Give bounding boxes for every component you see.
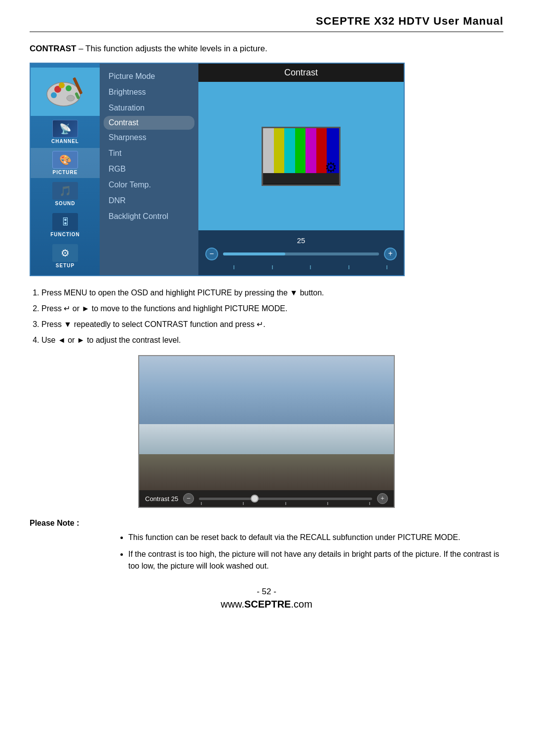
osd-menu: Picture Mode Brightness Saturation Contr…: [100, 64, 198, 275]
osd-sidebar: 📡 CHANNEL 🎨 PICTURE 🎵 SOUND 🎛 FUNCTION: [31, 64, 100, 275]
instructions-list: Press MENU to open the OSD and highlight…: [30, 287, 503, 346]
slider-increase-btn[interactable]: +: [384, 248, 397, 260]
intro-dash: –: [78, 44, 83, 53]
contrast-increase-btn[interactable]: +: [377, 493, 388, 504]
tick-4: [348, 265, 349, 269]
palette-icon: [43, 74, 87, 109]
instruction-step-4: Use ◄ or ► to adjust the contrast level.: [41, 334, 503, 346]
sidebar-item-channel[interactable]: 📡 CHANNEL: [31, 117, 100, 147]
contrast-slider-thumb: [251, 495, 259, 503]
intro-description: This function adjusts the white levels i…: [85, 44, 267, 53]
svg-point-3: [59, 82, 65, 88]
sidebar-label-picture: PICTURE: [53, 170, 78, 175]
osd-panel: 📡 CHANNEL 🎨 PICTURE 🎵 SOUND 🎛 FUNCTION: [30, 63, 405, 276]
ctick-5: [369, 502, 370, 505]
contrast-bar: Contrast 25 − +: [139, 490, 394, 507]
please-note-section: Please Note : This function can be reset…: [30, 519, 503, 572]
menu-item-tint[interactable]: Tint: [100, 145, 198, 161]
instruction-step-3: Press ▼ repeatedly to select CONTRAST fu…: [41, 319, 503, 330]
instruction-step-2: Press ↵ or ► to move to the functions an…: [41, 303, 503, 315]
contrast-decrease-btn[interactable]: −: [183, 493, 194, 504]
sidebar-label-function: FUNCTION: [50, 232, 80, 237]
tick-5: [386, 265, 387, 269]
setup-icon: ⚙: [52, 244, 78, 262]
tick-2: [272, 265, 273, 269]
osd-palette-icon-area: [31, 68, 100, 116]
contrast-slider-ticks: [199, 502, 372, 505]
sidebar-item-setup[interactable]: ⚙ SETUP: [31, 241, 100, 271]
sidebar-item-picture[interactable]: 🎨 PICTURE: [31, 148, 100, 178]
contrast-slider-track[interactable]: [199, 498, 372, 500]
svg-point-4: [66, 85, 72, 91]
menu-item-backlight[interactable]: Backlight Control: [100, 209, 198, 224]
sky-area: [139, 356, 394, 424]
contrast-bar-label-value: Contrast 25: [145, 495, 178, 503]
footer-url-prefix: www.: [221, 599, 244, 610]
slider-ticks: [233, 265, 387, 269]
menu-item-sharpness[interactable]: Sharpness: [100, 130, 198, 145]
footer-url-suffix: .com: [291, 599, 312, 610]
please-note-list: This function can be reset back to defau…: [30, 532, 503, 572]
picture-icon: 🎨: [52, 151, 78, 169]
sound-icon: 🎵: [52, 182, 78, 200]
tv-preview-box: ⚙: [262, 127, 341, 186]
ctick-1: [201, 502, 202, 505]
sidebar-label-channel: CHANNEL: [51, 139, 79, 144]
ctick-4: [327, 502, 328, 505]
ctick-3: [285, 502, 286, 505]
footer-page-number: - 52 -: [30, 587, 503, 597]
instruction-step-1: Press MENU to open the OSD and highlight…: [41, 287, 503, 299]
menu-item-dnr[interactable]: DNR: [100, 193, 198, 209]
sidebar-item-sound[interactable]: 🎵 SOUND: [31, 179, 100, 209]
channel-icon: 📡: [52, 120, 78, 138]
page-footer: - 52 - www.SCEPTRE.com: [30, 587, 503, 610]
function-icon: 🎛: [52, 213, 78, 231]
svg-point-2: [51, 92, 57, 98]
gear-overlay-icon: ⚙: [325, 159, 337, 176]
contrast-label: CONTRAST: [30, 44, 76, 53]
osd-tv-preview: ⚙: [198, 82, 404, 230]
svg-point-5: [67, 95, 75, 101]
slider-row: − +: [205, 248, 397, 260]
cloud-area: [139, 424, 394, 454]
slider-value-display: 25: [297, 236, 305, 245]
menu-item-brightness[interactable]: Brightness: [100, 84, 198, 100]
osd-right-panel: Contrast ⚙ 25 − +: [198, 64, 404, 275]
tv-screenshot: Contrast 25 − +: [138, 355, 395, 508]
tick-3: [310, 265, 311, 269]
please-note-item-2: If the contrast is too high, the picture…: [128, 548, 503, 572]
page-header: SCEPTRE X32 HDTV User Manual: [30, 15, 503, 32]
footer-url-brand: SCEPTRE: [244, 599, 291, 610]
menu-item-rgb[interactable]: RGB: [100, 161, 198, 177]
please-note-item-1: This function can be reset back to defau…: [128, 532, 503, 543]
footer-url: www.SCEPTRE.com: [30, 599, 503, 610]
tick-1: [233, 265, 234, 269]
intro-text: CONTRAST – This function adjusts the whi…: [30, 44, 503, 54]
slider-fill: [223, 252, 285, 255]
sidebar-item-function[interactable]: 🎛 FUNCTION: [31, 210, 100, 240]
sidebar-label-sound: SOUND: [55, 201, 75, 206]
osd-slider-area: 25 − +: [198, 230, 404, 275]
menu-item-contrast[interactable]: Contrast: [104, 116, 194, 130]
osd-right-header: Contrast: [198, 64, 404, 82]
ctick-2: [243, 502, 244, 505]
please-note-title: Please Note :: [30, 519, 503, 528]
instructions: Press MENU to open the OSD and highlight…: [30, 287, 503, 346]
slider-track[interactable]: [223, 252, 379, 255]
slider-decrease-btn[interactable]: −: [205, 248, 218, 260]
menu-item-saturation[interactable]: Saturation: [100, 100, 198, 116]
sidebar-label-setup: SETUP: [56, 263, 75, 268]
menu-item-picture-mode[interactable]: Picture Mode: [100, 69, 198, 84]
screenshot-overlay: [139, 356, 394, 507]
menu-item-color-temp[interactable]: Color Temp.: [100, 177, 198, 193]
